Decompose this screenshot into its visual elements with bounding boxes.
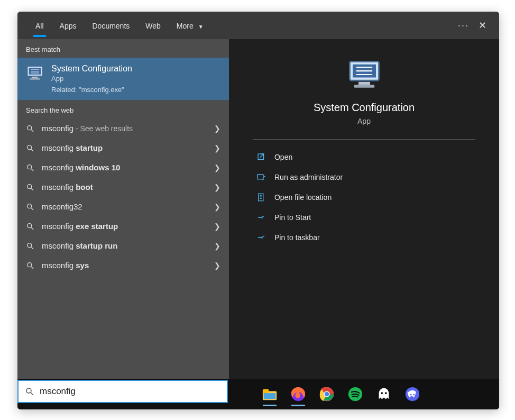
best-match-title: System Configuration <box>51 64 132 74</box>
svg-rect-32 <box>259 194 263 201</box>
chevron-right-icon[interactable]: ❯ <box>214 144 220 152</box>
tab-apps[interactable]: Apps <box>52 14 84 37</box>
chevron-down-icon: ▼ <box>198 24 204 30</box>
action-open[interactable]: Open <box>253 148 475 166</box>
system-configuration-icon <box>347 57 382 92</box>
best-match-type: App <box>51 75 132 83</box>
chevron-right-icon[interactable]: ❯ <box>214 124 220 133</box>
web-result-label: msconfig exe startup <box>42 222 207 231</box>
svg-rect-2 <box>32 77 38 78</box>
chevron-right-icon[interactable]: ❯ <box>214 163 220 172</box>
svg-line-16 <box>31 208 33 210</box>
search-icon <box>26 124 34 133</box>
tab-documents[interactable]: Documents <box>85 14 137 37</box>
close-icon[interactable]: ✕ <box>479 20 486 31</box>
action-pin-start-label: Pin to Start <box>274 213 311 222</box>
action-open-location-label: Open file location <box>274 193 332 202</box>
web-result[interactable]: msconfig boot ❯ <box>17 177 229 197</box>
taskbar <box>17 379 499 409</box>
web-result[interactable]: msconfig exe startup ❯ <box>17 216 229 236</box>
svg-rect-36 <box>263 389 269 394</box>
svg-point-11 <box>27 165 32 169</box>
taskbar-discord-icon[interactable] <box>404 386 420 402</box>
action-pin-taskbar[interactable]: Pin to taskbar <box>253 229 475 246</box>
top-actions: ··· ✕ <box>458 20 494 31</box>
web-result-label: msconfig sys <box>42 261 207 270</box>
svg-point-7 <box>27 125 32 130</box>
svg-line-20 <box>31 247 33 249</box>
taskbar-firefox-icon[interactable] <box>290 386 306 402</box>
tab-more-label: More <box>177 22 194 30</box>
web-result-label: msconfig windows 10 <box>42 163 207 172</box>
svg-point-47 <box>410 394 412 395</box>
svg-line-34 <box>31 392 33 395</box>
svg-point-45 <box>385 392 387 394</box>
svg-line-14 <box>31 188 33 190</box>
folder-icon <box>256 193 266 202</box>
svg-point-44 <box>381 392 383 394</box>
action-run-admin-label: Run as administrator <box>274 173 343 181</box>
svg-point-17 <box>27 223 32 227</box>
svg-point-13 <box>27 184 32 188</box>
search-topbar: All Apps Documents Web More ▼ ··· ✕ <box>17 12 499 39</box>
action-open-location[interactable]: Open file location <box>253 188 475 206</box>
web-result[interactable]: msconfig sys ❯ <box>17 255 229 275</box>
chevron-right-icon[interactable]: ❯ <box>214 203 220 211</box>
taskbar-search-box[interactable] <box>17 380 228 403</box>
chevron-right-icon[interactable]: ❯ <box>214 242 220 250</box>
taskbar-chrome-icon[interactable] <box>319 386 335 402</box>
taskbar-file-explorer-icon[interactable] <box>262 386 278 402</box>
search-icon <box>26 203 34 211</box>
svg-point-19 <box>27 243 32 247</box>
shield-icon <box>256 172 266 182</box>
search-icon <box>26 242 34 250</box>
svg-rect-31 <box>258 175 263 179</box>
web-result[interactable]: msconfig windows 10 ❯ <box>17 158 229 177</box>
taskbar-spotify-icon[interactable] <box>347 386 363 402</box>
svg-line-8 <box>31 130 33 132</box>
pin-icon <box>256 213 266 222</box>
best-match-related: Related: "msconfig.exe" <box>51 86 132 94</box>
taskbar-tray <box>262 386 420 402</box>
tab-web[interactable]: Web <box>138 14 168 37</box>
web-results-list: msconfig - See web results ❯ msconfig st… <box>17 118 229 275</box>
preview-type: App <box>357 117 371 125</box>
svg-point-48 <box>413 394 415 395</box>
system-configuration-icon <box>26 64 44 82</box>
web-result[interactable]: msconfig startup run ❯ <box>17 236 229 255</box>
chevron-right-icon[interactable]: ❯ <box>214 222 220 231</box>
more-options-icon[interactable]: ··· <box>458 20 469 31</box>
tab-more[interactable]: More ▼ <box>169 14 211 37</box>
chevron-right-icon[interactable]: ❯ <box>214 183 220 191</box>
web-result-label: msconfig boot <box>42 182 207 191</box>
search-input[interactable] <box>40 386 220 397</box>
web-result[interactable]: msconfig startup ❯ <box>17 138 229 158</box>
web-result[interactable]: msconfig - See web results ❯ <box>17 118 229 138</box>
svg-point-42 <box>325 392 329 396</box>
action-open-label: Open <box>274 153 292 161</box>
web-result-label: msconfig startup <box>42 143 207 152</box>
action-run-admin[interactable]: Run as administrator <box>253 168 475 186</box>
svg-line-10 <box>31 149 33 151</box>
svg-point-21 <box>27 262 32 267</box>
search-web-label: Search the web <box>17 100 229 118</box>
best-match-result[interactable]: System Configuration App Related: "mscon… <box>17 58 229 100</box>
search-icon <box>26 183 34 191</box>
search-body: Best match System Configuration App Rela… <box>17 39 499 409</box>
divider <box>253 139 475 140</box>
svg-line-18 <box>31 227 33 230</box>
action-pin-start[interactable]: Pin to Start <box>253 208 475 226</box>
svg-rect-26 <box>354 85 374 88</box>
svg-point-9 <box>27 145 32 149</box>
svg-line-12 <box>31 169 33 171</box>
web-result[interactable]: msconfig32 ❯ <box>17 197 229 216</box>
action-pin-taskbar-label: Pin to taskbar <box>274 233 320 242</box>
web-result-label: msconfig32 <box>42 202 207 211</box>
web-result-label: msconfig startup run <box>42 241 207 250</box>
search-icon <box>25 387 34 396</box>
tab-all[interactable]: All <box>28 14 51 37</box>
start-search-window: All Apps Documents Web More ▼ ··· ✕ Best… <box>17 12 499 409</box>
best-match-text: System Configuration App Related: "mscon… <box>51 64 132 94</box>
chevron-right-icon[interactable]: ❯ <box>214 261 220 270</box>
taskbar-ghost-app-icon[interactable] <box>376 386 392 402</box>
